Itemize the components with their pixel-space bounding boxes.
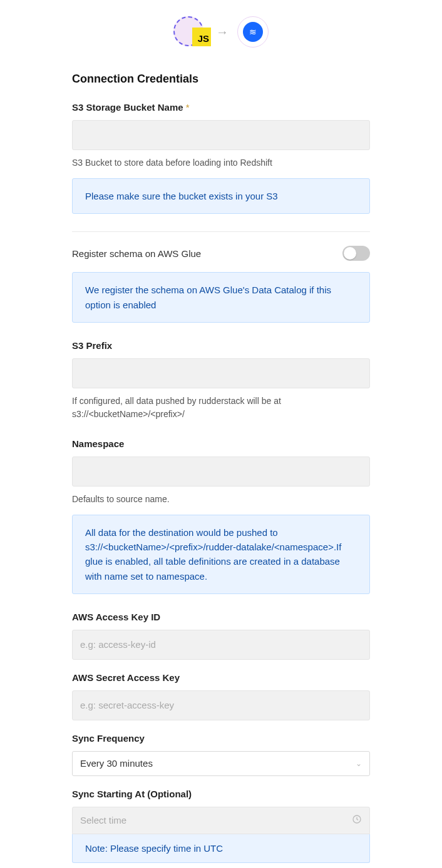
select-sync-frequency[interactable]: Every 30 minutes ⌄ bbox=[72, 751, 370, 776]
time-placeholder: Select time bbox=[80, 815, 126, 825]
field-namespace: Namespace Defaults to source name. All d… bbox=[72, 438, 370, 594]
field-glue: Register schema on AWS Glue We register … bbox=[72, 246, 370, 323]
destination-icon: ≋ bbox=[243, 22, 263, 42]
label-sync-frequency: Sync Frequency bbox=[72, 733, 370, 744]
divider bbox=[72, 231, 370, 232]
input-sync-starting[interactable]: Select time bbox=[72, 807, 370, 834]
label-glue: Register schema on AWS Glue bbox=[72, 248, 201, 259]
label-access-key-id: AWS Access Key ID bbox=[72, 612, 370, 622]
input-s3-prefix[interactable] bbox=[72, 358, 370, 388]
help-s3-bucket: S3 Bucket to store data before loading i… bbox=[72, 156, 370, 169]
label-s3-bucket: S3 Storage Bucket Name * bbox=[72, 102, 370, 113]
info-sync-starting: Note: Please specify time in UTC bbox=[72, 834, 370, 863]
javascript-icon: JS bbox=[192, 28, 211, 46]
field-s3-bucket: S3 Storage Bucket Name * S3 Bucket to st… bbox=[72, 102, 370, 214]
label-sync-starting: Sync Starting At (Optional) bbox=[72, 789, 370, 799]
clock-icon bbox=[352, 814, 362, 827]
toggle-glue[interactable] bbox=[342, 246, 370, 261]
input-secret-key[interactable] bbox=[72, 690, 370, 720]
info-namespace: All data for the destination would be pu… bbox=[72, 515, 370, 594]
source-icon-group: JS bbox=[173, 16, 207, 48]
info-glue: We register the schema on AWS Glue's Dat… bbox=[72, 272, 370, 323]
field-s3-prefix: S3 Prefix If configured, all data pushed… bbox=[72, 340, 370, 421]
input-namespace[interactable] bbox=[72, 457, 370, 487]
field-secret-key: AWS Secret Access Key bbox=[72, 672, 370, 720]
destination-icon-ring: ≋ bbox=[237, 16, 269, 48]
label-s3-prefix: S3 Prefix bbox=[72, 340, 370, 351]
label-namespace: Namespace bbox=[72, 438, 370, 449]
input-access-key-id[interactable] bbox=[72, 630, 370, 660]
label-secret-key: AWS Secret Access Key bbox=[72, 672, 370, 683]
field-sync-starting: Sync Starting At (Optional) Select time … bbox=[72, 789, 370, 863]
help-s3-prefix: If configured, all data pushed by rudder… bbox=[72, 395, 370, 421]
arrow-right-icon: → bbox=[216, 25, 229, 39]
help-namespace: Defaults to source name. bbox=[72, 493, 370, 506]
label-text: S3 Storage Bucket Name bbox=[72, 102, 183, 113]
toggle-knob bbox=[344, 247, 356, 260]
info-s3-bucket: Please make sure the bucket exists in yo… bbox=[72, 178, 370, 214]
select-value: Every 30 minutes bbox=[80, 758, 153, 769]
chevron-down-icon: ⌄ bbox=[356, 759, 362, 768]
field-access-key-id: AWS Access Key ID bbox=[72, 612, 370, 660]
required-star-icon: * bbox=[186, 102, 190, 113]
section-title: Connection Credentials bbox=[72, 73, 370, 86]
waves-icon: ≋ bbox=[249, 28, 257, 36]
connection-header: JS → ≋ bbox=[72, 16, 370, 48]
input-s3-bucket[interactable] bbox=[72, 120, 370, 150]
field-sync-frequency: Sync Frequency Every 30 minutes ⌄ bbox=[72, 733, 370, 776]
